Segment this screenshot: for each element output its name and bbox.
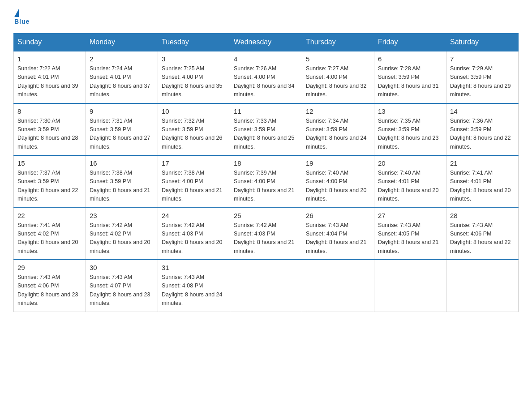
- column-header-friday: Friday: [374, 34, 446, 51]
- calendar-week-row: 15 Sunrise: 7:37 AMSunset: 3:59 PMDaylig…: [14, 155, 519, 208]
- calendar-cell: 15 Sunrise: 7:37 AMSunset: 3:59 PMDaylig…: [14, 155, 86, 208]
- calendar-cell: 2 Sunrise: 7:24 AMSunset: 4:01 PMDayligh…: [86, 51, 158, 103]
- day-info: Sunrise: 7:29 AMSunset: 3:59 PMDaylight:…: [450, 65, 511, 98]
- day-info: Sunrise: 7:38 AMSunset: 4:00 PMDaylight:…: [162, 170, 223, 202]
- day-number: 26: [306, 212, 370, 219]
- calendar-cell: 20 Sunrise: 7:40 AMSunset: 4:01 PMDaylig…: [374, 155, 446, 208]
- day-number: 3: [162, 55, 226, 63]
- day-number: 7: [450, 55, 515, 63]
- day-number: 23: [90, 212, 154, 219]
- calendar-cell: 11 Sunrise: 7:33 AMSunset: 3:59 PMDaylig…: [230, 103, 302, 156]
- calendar-cell: 18 Sunrise: 7:39 AMSunset: 4:00 PMDaylig…: [230, 155, 302, 208]
- calendar-cell: 22 Sunrise: 7:41 AMSunset: 4:02 PMDaylig…: [14, 208, 86, 260]
- day-number: 21: [450, 159, 515, 167]
- day-info: Sunrise: 7:33 AMSunset: 3:59 PMDaylight:…: [234, 118, 295, 150]
- day-number: 15: [17, 159, 82, 167]
- day-info: Sunrise: 7:43 AMSunset: 4:06 PMDaylight:…: [17, 274, 78, 306]
- day-info: Sunrise: 7:27 AMSunset: 4:00 PMDaylight:…: [306, 65, 367, 98]
- day-info: Sunrise: 7:32 AMSunset: 3:59 PMDaylight:…: [162, 118, 223, 150]
- calendar-cell: 31 Sunrise: 7:43 AMSunset: 4:08 PMDaylig…: [158, 260, 230, 312]
- column-header-wednesday: Wednesday: [230, 34, 302, 51]
- column-header-monday: Monday: [86, 34, 158, 51]
- day-info: Sunrise: 7:26 AMSunset: 4:00 PMDaylight:…: [234, 65, 295, 98]
- calendar-cell: 10 Sunrise: 7:32 AMSunset: 3:59 PMDaylig…: [158, 103, 230, 156]
- day-number: 19: [306, 159, 370, 167]
- day-number: 1: [17, 55, 82, 63]
- column-header-saturday: Saturday: [446, 34, 519, 51]
- day-number: 25: [234, 212, 298, 219]
- day-info: Sunrise: 7:43 AMSunset: 4:05 PMDaylight:…: [378, 222, 439, 254]
- day-info: Sunrise: 7:43 AMSunset: 4:06 PMDaylight:…: [450, 222, 511, 254]
- day-info: Sunrise: 7:43 AMSunset: 4:07 PMDaylight:…: [90, 274, 150, 306]
- calendar-cell: 28 Sunrise: 7:43 AMSunset: 4:06 PMDaylig…: [446, 208, 519, 260]
- day-info: Sunrise: 7:42 AMSunset: 4:03 PMDaylight:…: [234, 222, 295, 254]
- day-number: 13: [378, 107, 442, 115]
- calendar-cell: 24 Sunrise: 7:42 AMSunset: 4:03 PMDaylig…: [158, 208, 230, 260]
- day-info: Sunrise: 7:42 AMSunset: 4:03 PMDaylight:…: [162, 222, 223, 254]
- calendar-week-row: 22 Sunrise: 7:41 AMSunset: 4:02 PMDaylig…: [14, 208, 519, 260]
- calendar-cell: 23 Sunrise: 7:42 AMSunset: 4:02 PMDaylig…: [86, 208, 158, 260]
- calendar-cell: [302, 260, 374, 312]
- calendar-cell: 13 Sunrise: 7:35 AMSunset: 3:59 PMDaylig…: [374, 103, 446, 156]
- day-number: 20: [378, 159, 442, 167]
- day-number: 29: [17, 264, 82, 271]
- day-info: Sunrise: 7:40 AMSunset: 4:00 PMDaylight:…: [306, 170, 367, 202]
- day-number: 9: [90, 107, 154, 115]
- day-number: 16: [90, 159, 154, 167]
- logo-triangle-icon: [14, 9, 19, 17]
- day-number: 10: [162, 107, 226, 115]
- day-number: 4: [234, 55, 298, 63]
- day-info: Sunrise: 7:38 AMSunset: 3:59 PMDaylight:…: [90, 170, 150, 202]
- calendar-table: SundayMondayTuesdayWednesdayThursdayFrid…: [13, 33, 519, 312]
- day-info: Sunrise: 7:37 AMSunset: 3:59 PMDaylight:…: [17, 170, 78, 202]
- day-number: 6: [378, 55, 442, 63]
- day-number: 27: [378, 212, 442, 219]
- calendar-week-row: 8 Sunrise: 7:30 AMSunset: 3:59 PMDayligh…: [14, 103, 519, 156]
- day-info: Sunrise: 7:40 AMSunset: 4:01 PMDaylight:…: [378, 170, 439, 202]
- column-header-sunday: Sunday: [14, 34, 86, 51]
- calendar-cell: 4 Sunrise: 7:26 AMSunset: 4:00 PMDayligh…: [230, 51, 302, 103]
- day-number: 31: [162, 264, 226, 271]
- calendar-cell: 21 Sunrise: 7:41 AMSunset: 4:01 PMDaylig…: [446, 155, 519, 208]
- calendar-cell: 19 Sunrise: 7:40 AMSunset: 4:00 PMDaylig…: [302, 155, 374, 208]
- calendar-cell: 8 Sunrise: 7:30 AMSunset: 3:59 PMDayligh…: [14, 103, 86, 156]
- page-header: Blue: [13, 9, 519, 25]
- calendar-cell: 27 Sunrise: 7:43 AMSunset: 4:05 PMDaylig…: [374, 208, 446, 260]
- column-header-thursday: Thursday: [302, 34, 374, 51]
- day-info: Sunrise: 7:30 AMSunset: 3:59 PMDaylight:…: [17, 118, 78, 150]
- calendar-cell: 3 Sunrise: 7:25 AMSunset: 4:00 PMDayligh…: [158, 51, 230, 103]
- calendar-cell: 7 Sunrise: 7:29 AMSunset: 3:59 PMDayligh…: [446, 51, 519, 103]
- calendar-cell: 9 Sunrise: 7:31 AMSunset: 3:59 PMDayligh…: [86, 103, 158, 156]
- column-header-tuesday: Tuesday: [158, 34, 230, 51]
- day-number: 24: [162, 212, 226, 219]
- day-info: Sunrise: 7:35 AMSunset: 3:59 PMDaylight:…: [378, 118, 439, 150]
- day-number: 14: [450, 107, 515, 115]
- calendar-week-row: 1 Sunrise: 7:22 AMSunset: 4:01 PMDayligh…: [14, 51, 519, 103]
- day-number: 22: [17, 212, 82, 219]
- day-number: 28: [450, 212, 515, 219]
- day-number: 2: [90, 55, 154, 63]
- calendar-cell: 6 Sunrise: 7:28 AMSunset: 3:59 PMDayligh…: [374, 51, 446, 103]
- day-number: 12: [306, 107, 370, 115]
- day-info: Sunrise: 7:34 AMSunset: 3:59 PMDaylight:…: [306, 118, 367, 150]
- calendar-cell: [374, 260, 446, 312]
- day-number: 18: [234, 159, 298, 167]
- day-info: Sunrise: 7:43 AMSunset: 4:04 PMDaylight:…: [306, 222, 367, 254]
- day-info: Sunrise: 7:41 AMSunset: 4:02 PMDaylight:…: [17, 222, 78, 254]
- calendar-cell: 17 Sunrise: 7:38 AMSunset: 4:00 PMDaylig…: [158, 155, 230, 208]
- calendar-cell: 30 Sunrise: 7:43 AMSunset: 4:07 PMDaylig…: [86, 260, 158, 312]
- day-info: Sunrise: 7:42 AMSunset: 4:02 PMDaylight:…: [90, 222, 150, 254]
- logo: [13, 9, 18, 17]
- day-number: 8: [17, 107, 82, 115]
- calendar-cell: 26 Sunrise: 7:43 AMSunset: 4:04 PMDaylig…: [302, 208, 374, 260]
- day-number: 17: [162, 159, 226, 167]
- logo-area: Blue: [13, 9, 30, 25]
- day-info: Sunrise: 7:31 AMSunset: 3:59 PMDaylight:…: [90, 118, 150, 150]
- logo-underline: Blue: [14, 18, 30, 25]
- day-info: Sunrise: 7:39 AMSunset: 4:00 PMDaylight:…: [234, 170, 295, 202]
- day-info: Sunrise: 7:43 AMSunset: 4:08 PMDaylight:…: [162, 274, 223, 306]
- day-info: Sunrise: 7:24 AMSunset: 4:01 PMDaylight:…: [90, 65, 150, 98]
- calendar-cell: 12 Sunrise: 7:34 AMSunset: 3:59 PMDaylig…: [302, 103, 374, 156]
- calendar-cell: 1 Sunrise: 7:22 AMSunset: 4:01 PMDayligh…: [14, 51, 86, 103]
- day-info: Sunrise: 7:36 AMSunset: 3:59 PMDaylight:…: [450, 118, 511, 150]
